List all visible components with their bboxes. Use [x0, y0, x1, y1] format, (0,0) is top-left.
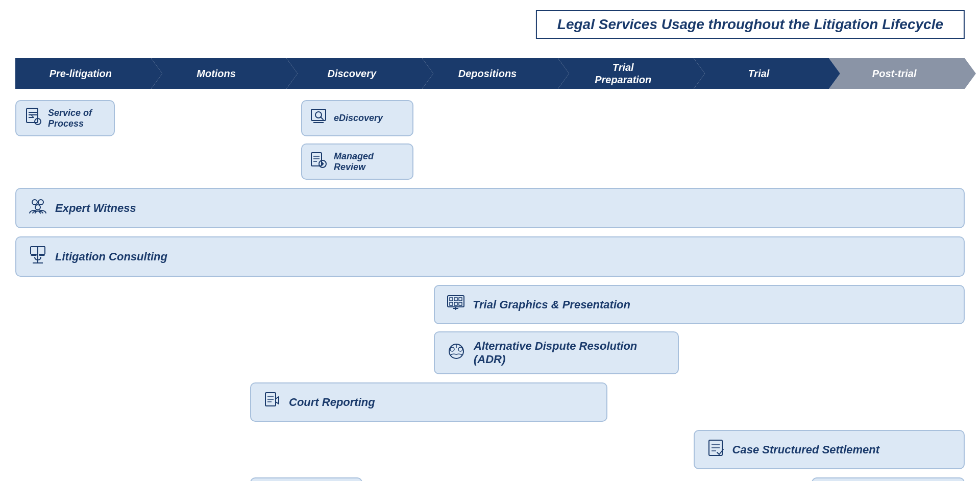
litigation-consulting-bar: Litigation Consulting: [15, 236, 965, 277]
court-reporting-label: Court Reporting: [289, 396, 375, 409]
svg-point-37: [450, 347, 454, 351]
svg-rect-29: [454, 298, 457, 301]
svg-line-8: [321, 117, 323, 119]
case-structured-bar: Case Structured Settlement: [694, 430, 965, 469]
life-care-box-wrap: Life Care Planning: [250, 477, 362, 481]
ediscovery-icon: [309, 107, 328, 129]
timeline-trial-prep: TrialPreparation: [558, 58, 694, 89]
managed-review-box: Managed Review: [301, 143, 413, 180]
svg-point-18: [38, 200, 43, 205]
row-trial-graphics-adr: Trial Graphics & Presentation Alternativ: [15, 285, 965, 374]
timeline-posttrial: Post-trial: [829, 58, 965, 89]
managed-review-label: Managed Review: [334, 151, 405, 173]
timeline: Pre-litigation Motions Discovery Deposit…: [15, 58, 965, 89]
adr-icon: [446, 341, 467, 365]
case-structured-label: Case Structured Settlement: [732, 443, 880, 456]
service-of-process-icon: [23, 107, 42, 129]
case-structured-box-wrap: Case Structured Settlement: [694, 430, 965, 469]
trial-graphics-label: Trial Graphics & Presentation: [473, 298, 630, 311]
svg-rect-28: [450, 298, 453, 301]
expert-witness-label: Expert Witness: [55, 202, 136, 215]
page-wrapper: Legal Services Usage throughout the Liti…: [0, 0, 980, 481]
content-area: Service of Process eDiscove: [15, 100, 965, 481]
trial-graphics-bar: Trial Graphics & Presentation: [434, 285, 965, 324]
svg-point-19: [35, 205, 40, 210]
trial-graphics-adr-col: Trial Graphics & Presentation Alternativ: [434, 285, 965, 374]
svg-rect-6: [311, 109, 326, 121]
page-title: Legal Services Usage throughout the Liti…: [557, 16, 943, 32]
ediscovery-label: eDiscovery: [334, 113, 383, 124]
title-container: Legal Services Usage throughout the Liti…: [15, 10, 965, 49]
timeline-prelitigation: Pre-litigation: [15, 58, 151, 89]
court-reporting-icon: [262, 391, 282, 414]
court-reporting-stretch: Court Reporting: [250, 382, 607, 422]
svg-rect-32: [454, 302, 457, 305]
litigation-consulting-icon: [28, 245, 48, 269]
appellate-filing-box: Appellate Filing Services: [812, 477, 965, 481]
svg-rect-33: [459, 302, 462, 305]
row-expert-witness: Expert Witness: [15, 188, 965, 228]
row-litigation-consulting: Litigation Consulting: [15, 236, 965, 277]
adr-bar: Alternative Dispute Resolution (ADR): [434, 331, 679, 374]
timeline-depositions: Depositions: [422, 58, 558, 89]
service-of-process-label: Service of Process: [48, 108, 107, 129]
trial-graphics-icon: [446, 293, 465, 316]
ediscovery-box: eDiscovery: [301, 100, 413, 136]
svg-rect-31: [450, 302, 453, 305]
life-care-planning-box: Life Care Planning: [250, 477, 362, 481]
court-reporting-bar: Court Reporting: [250, 382, 607, 422]
appellate-box-wrap: Appellate Filing Services: [812, 477, 965, 481]
title-box: Legal Services Usage throughout the Liti…: [536, 10, 965, 39]
svg-point-38: [458, 347, 462, 351]
case-structured-icon: [706, 438, 725, 461]
expert-witness-bar: Expert Witness: [15, 188, 965, 228]
service-of-process-wrapper: Service of Process: [15, 100, 117, 136]
svg-rect-10: [311, 153, 322, 166]
timeline-motions: Motions: [151, 58, 287, 89]
timeline-discovery: Discovery: [286, 58, 422, 89]
managed-review-icon: [309, 151, 328, 173]
svg-point-17: [32, 200, 37, 205]
adr-label: Alternative Dispute Resolution (ADR): [474, 340, 667, 366]
row-bottom: Life Care Planning: [15, 477, 965, 481]
row-case-structured: Case Structured Settlement: [15, 430, 965, 469]
service-of-process-box: Service of Process: [15, 100, 115, 136]
timeline-trial: Trial: [694, 58, 829, 89]
svg-rect-24: [31, 254, 37, 256]
row-court-reporting: Court Reporting: [15, 382, 965, 422]
row-1: Service of Process eDiscove: [15, 100, 965, 180]
expert-witness-icon: [28, 196, 48, 220]
litigation-consulting-label: Litigation Consulting: [55, 250, 167, 263]
svg-rect-25: [39, 254, 45, 256]
svg-rect-30: [459, 298, 462, 301]
discovery-items: eDiscovery Managed: [301, 100, 413, 180]
